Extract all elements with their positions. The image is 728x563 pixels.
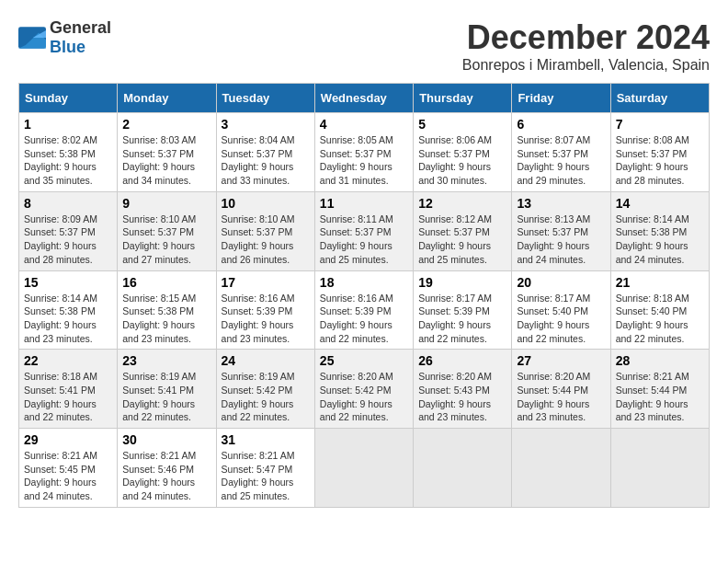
day-number: 30 (122, 432, 210, 447)
calendar-week-row: 22Sunrise: 8:18 AMSunset: 5:41 PMDayligh… (19, 350, 710, 429)
location-subtitle: Bonrepos i Mirambell, Valencia, Spain (462, 57, 710, 74)
day-number: 11 (320, 196, 408, 211)
day-info: Sunrise: 8:15 AMSunset: 5:38 PMDaylight:… (122, 292, 210, 346)
calendar-cell (512, 429, 610, 508)
day-number: 1 (24, 117, 112, 132)
day-number: 29 (24, 432, 112, 447)
calendar-cell: 20Sunrise: 8:17 AMSunset: 5:40 PMDayligh… (512, 270, 610, 350)
day-number: 3 (222, 117, 310, 132)
day-info: Sunrise: 8:04 AMSunset: 5:37 PMDaylight:… (222, 133, 310, 188)
day-number: 6 (517, 117, 605, 132)
day-info: Sunrise: 8:10 AMSunset: 5:37 PMDaylight:… (222, 213, 310, 267)
calendar-cell: 9Sunrise: 8:10 AMSunset: 5:37 PMDaylight… (118, 191, 216, 270)
calendar-week-row: 1Sunrise: 8:02 AMSunset: 5:38 PMDaylight… (19, 113, 710, 192)
day-info: Sunrise: 8:17 AMSunset: 5:40 PMDaylight:… (517, 292, 605, 346)
calendar-cell: 17Sunrise: 8:16 AMSunset: 5:39 PMDayligh… (216, 270, 314, 350)
calendar-cell: 16Sunrise: 8:15 AMSunset: 5:38 PMDayligh… (118, 270, 216, 350)
day-info: Sunrise: 8:09 AMSunset: 5:37 PMDaylight:… (24, 213, 112, 267)
calendar-week-row: 15Sunrise: 8:14 AMSunset: 5:38 PMDayligh… (19, 270, 710, 350)
day-info: Sunrise: 8:12 AMSunset: 5:37 PMDaylight:… (418, 213, 506, 267)
calendar-cell (610, 429, 709, 508)
day-number: 28 (616, 353, 704, 368)
day-number: 16 (122, 275, 210, 290)
calendar-cell: 11Sunrise: 8:11 AMSunset: 5:37 PMDayligh… (314, 191, 413, 270)
header-day-saturday: Saturday (610, 84, 709, 113)
calendar-cell (314, 429, 413, 508)
calendar-cell: 15Sunrise: 8:14 AMSunset: 5:38 PMDayligh… (19, 270, 118, 350)
header-day-sunday: Sunday (19, 84, 118, 113)
calendar-cell: 1Sunrise: 8:02 AMSunset: 5:38 PMDaylight… (19, 113, 118, 192)
day-number: 26 (418, 353, 506, 368)
day-number: 2 (122, 117, 210, 132)
day-number: 19 (418, 275, 506, 290)
day-info: Sunrise: 8:19 AMSunset: 5:42 PMDaylight:… (222, 370, 310, 424)
day-number: 8 (24, 196, 112, 211)
calendar-cell: 30Sunrise: 8:21 AMSunset: 5:46 PMDayligh… (118, 429, 216, 508)
day-number: 25 (320, 353, 408, 368)
calendar: SundayMondayTuesdayWednesdayThursdayFrid… (18, 83, 710, 508)
calendar-cell (414, 429, 512, 508)
day-info: Sunrise: 8:18 AMSunset: 5:41 PMDaylight:… (24, 370, 112, 424)
day-info: Sunrise: 8:11 AMSunset: 5:37 PMDaylight:… (320, 213, 408, 267)
logo-text-general: General (50, 18, 111, 37)
day-number: 17 (222, 275, 310, 290)
day-number: 23 (122, 353, 210, 368)
calendar-cell: 12Sunrise: 8:12 AMSunset: 5:37 PMDayligh… (414, 191, 512, 270)
calendar-cell: 2Sunrise: 8:03 AMSunset: 5:37 PMDaylight… (118, 113, 216, 192)
calendar-cell: 3Sunrise: 8:04 AMSunset: 5:37 PMDaylight… (216, 113, 314, 192)
day-number: 27 (517, 353, 605, 368)
day-info: Sunrise: 8:13 AMSunset: 5:37 PMDaylight:… (517, 213, 605, 267)
header-day-friday: Friday (512, 84, 610, 113)
title-area: December 2024 Bonrepos i Mirambell, Vale… (462, 18, 710, 74)
day-number: 4 (320, 117, 408, 132)
calendar-cell: 25Sunrise: 8:20 AMSunset: 5:42 PMDayligh… (314, 350, 413, 429)
day-info: Sunrise: 8:07 AMSunset: 5:37 PMDaylight:… (517, 133, 605, 188)
day-info: Sunrise: 8:18 AMSunset: 5:40 PMDaylight:… (616, 292, 704, 346)
day-info: Sunrise: 8:16 AMSunset: 5:39 PMDaylight:… (320, 292, 408, 346)
day-number: 24 (222, 353, 310, 368)
day-number: 13 (517, 196, 605, 211)
calendar-cell: 23Sunrise: 8:19 AMSunset: 5:41 PMDayligh… (118, 350, 216, 429)
calendar-cell: 4Sunrise: 8:05 AMSunset: 5:37 PMDaylight… (314, 113, 413, 192)
header-day-tuesday: Tuesday (216, 84, 314, 113)
calendar-cell: 14Sunrise: 8:14 AMSunset: 5:38 PMDayligh… (610, 191, 709, 270)
day-info: Sunrise: 8:14 AMSunset: 5:38 PMDaylight:… (24, 292, 112, 346)
day-info: Sunrise: 8:16 AMSunset: 5:39 PMDaylight:… (222, 292, 310, 346)
calendar-header-row: SundayMondayTuesdayWednesdayThursdayFrid… (19, 84, 710, 113)
calendar-week-row: 29Sunrise: 8:21 AMSunset: 5:45 PMDayligh… (19, 429, 710, 508)
day-number: 18 (320, 275, 408, 290)
calendar-cell: 19Sunrise: 8:17 AMSunset: 5:39 PMDayligh… (414, 270, 512, 350)
logo: General Blue (18, 18, 111, 57)
day-info: Sunrise: 8:05 AMSunset: 5:37 PMDaylight:… (320, 133, 408, 188)
day-info: Sunrise: 8:02 AMSunset: 5:38 PMDaylight:… (24, 133, 112, 188)
day-number: 9 (122, 196, 210, 211)
day-number: 12 (418, 196, 506, 211)
calendar-cell: 22Sunrise: 8:18 AMSunset: 5:41 PMDayligh… (19, 350, 118, 429)
calendar-cell: 24Sunrise: 8:19 AMSunset: 5:42 PMDayligh… (216, 350, 314, 429)
day-number: 10 (222, 196, 310, 211)
calendar-cell: 10Sunrise: 8:10 AMSunset: 5:37 PMDayligh… (216, 191, 314, 270)
calendar-cell: 31Sunrise: 8:21 AMSunset: 5:47 PMDayligh… (216, 429, 314, 508)
page-header: General Blue December 2024 Bonrepos i Mi… (18, 18, 710, 74)
day-info: Sunrise: 8:21 AMSunset: 5:44 PMDaylight:… (616, 370, 704, 424)
day-number: 20 (517, 275, 605, 290)
calendar-cell: 26Sunrise: 8:20 AMSunset: 5:43 PMDayligh… (414, 350, 512, 429)
calendar-cell: 28Sunrise: 8:21 AMSunset: 5:44 PMDayligh… (610, 350, 709, 429)
calendar-cell: 7Sunrise: 8:08 AMSunset: 5:37 PMDaylight… (610, 113, 709, 192)
day-info: Sunrise: 8:21 AMSunset: 5:45 PMDaylight:… (24, 449, 112, 503)
logo-text-blue: Blue (50, 38, 85, 56)
calendar-cell: 13Sunrise: 8:13 AMSunset: 5:37 PMDayligh… (512, 191, 610, 270)
calendar-cell: 21Sunrise: 8:18 AMSunset: 5:40 PMDayligh… (610, 270, 709, 350)
day-info: Sunrise: 8:10 AMSunset: 5:37 PMDaylight:… (122, 213, 210, 267)
day-number: 14 (616, 196, 704, 211)
calendar-cell: 6Sunrise: 8:07 AMSunset: 5:37 PMDaylight… (512, 113, 610, 192)
header-day-thursday: Thursday (414, 84, 512, 113)
day-number: 21 (616, 275, 704, 290)
day-number: 15 (24, 275, 112, 290)
day-info: Sunrise: 8:03 AMSunset: 5:37 PMDaylight:… (122, 133, 210, 188)
logo-icon (18, 27, 46, 49)
day-number: 7 (616, 117, 704, 132)
day-info: Sunrise: 8:14 AMSunset: 5:38 PMDaylight:… (616, 213, 704, 267)
day-number: 5 (418, 117, 506, 132)
day-info: Sunrise: 8:19 AMSunset: 5:41 PMDaylight:… (122, 370, 210, 424)
